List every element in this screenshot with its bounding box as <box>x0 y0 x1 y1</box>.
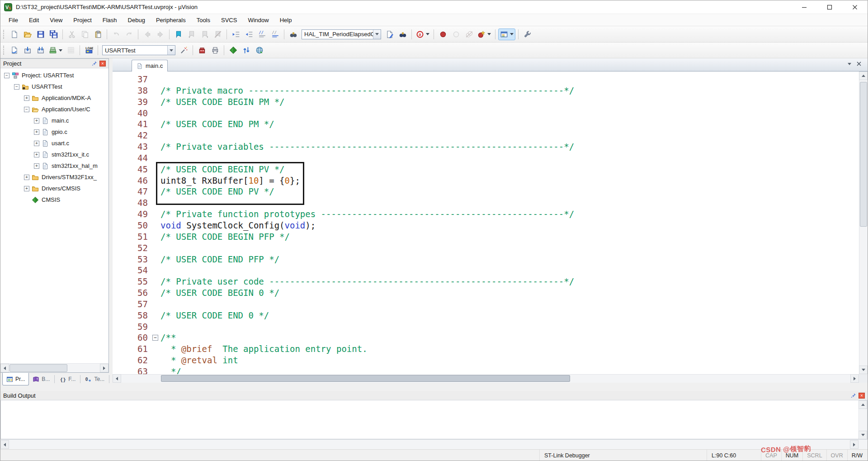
pin-icon[interactable] <box>850 392 857 399</box>
editor-tab-main-c[interactable]: main.c <box>132 60 168 71</box>
configure-button[interactable] <box>521 29 533 40</box>
rebuild-button[interactable] <box>34 44 47 56</box>
tree-item-application-user-c[interactable]: −Application/User/C <box>0 104 108 115</box>
expander-minus-icon[interactable]: − <box>4 73 9 78</box>
expander-plus-icon[interactable]: + <box>34 141 39 146</box>
updown-button[interactable] <box>240 44 252 56</box>
build-button[interactable] <box>21 44 33 56</box>
dock-tab-project[interactable]: Pr... <box>2 373 29 385</box>
tree-item-usart-c[interactable]: +usart.c <box>0 138 108 149</box>
expander-plus-icon[interactable]: + <box>34 129 39 135</box>
expander-plus-icon[interactable]: + <box>34 152 39 157</box>
expander-minus-icon[interactable]: − <box>24 107 29 112</box>
rte-button[interactable] <box>227 44 239 56</box>
build-output-hscrollbar[interactable] <box>0 439 868 449</box>
chevron-down-icon[interactable] <box>167 46 175 55</box>
build-output-vscrollbar[interactable] <box>859 400 867 439</box>
code-area[interactable]: 3738/* Private macro -------------------… <box>113 71 859 374</box>
build-output-content[interactable] <box>0 400 868 439</box>
indent-right-button[interactable] <box>243 29 255 40</box>
menu-window[interactable]: Window <box>242 15 274 25</box>
scroll-right-icon[interactable] <box>850 374 859 383</box>
tree-item-drivers-cmsis[interactable]: +Drivers/CMSIS <box>0 183 108 194</box>
project-panel-close-icon[interactable] <box>99 61 106 67</box>
breakpoint-button[interactable] <box>437 29 449 40</box>
scroll-thumb[interactable] <box>161 375 570 382</box>
code-line[interactable]: 38/* Private macro ---------------------… <box>113 85 859 96</box>
indent-left-button[interactable] <box>230 29 242 40</box>
dock-tab-books[interactable]: ?B... <box>29 373 53 385</box>
expander-plus-icon[interactable]: + <box>24 175 29 180</box>
tree-item-stm32f1xx-hal-m[interactable]: +stm32f1xx_hal_m <box>0 160 108 171</box>
expander-plus-icon[interactable]: + <box>34 163 39 169</box>
menu-svcs[interactable]: SVCS <box>216 15 242 25</box>
code-line[interactable]: 61 * @brief The application entry point. <box>113 343 859 355</box>
expander-minus-icon[interactable]: − <box>14 84 19 90</box>
scroll-up-icon[interactable] <box>859 71 868 80</box>
menu-debug[interactable]: Debug <box>123 15 151 25</box>
code-line[interactable]: 41/* USER CODE END PM */ <box>113 119 859 130</box>
find-in-files-button[interactable] <box>287 29 299 40</box>
code-line[interactable]: 56/* USER CODE BEGIN 0 */ <box>113 287 859 299</box>
scroll-down-icon[interactable] <box>859 366 868 374</box>
editor-close-icon[interactable] <box>857 62 861 66</box>
code-line[interactable]: 42 <box>113 130 859 141</box>
scroll-thumb[interactable] <box>9 364 67 372</box>
pin-icon[interactable] <box>91 60 98 67</box>
tree-item-stm32f1xx-it-c[interactable]: +stm32f1xx_it.c <box>0 149 108 160</box>
expander-plus-icon[interactable]: + <box>34 118 39 124</box>
globe-button[interactable] <box>253 44 265 56</box>
build-output-close-icon[interactable] <box>859 393 865 399</box>
breakpoint-kill-all-button[interactable] <box>476 29 492 40</box>
fold-minus-icon[interactable]: − <box>152 335 158 341</box>
comment-button[interactable]: // <box>256 29 268 40</box>
code-line[interactable]: 39/* USER CODE BEGIN PM */ <box>113 96 859 108</box>
menu-edit[interactable]: Edit <box>24 15 44 25</box>
code-line[interactable]: 53/* USER CODE END PFP */ <box>113 254 859 265</box>
maximize-button[interactable] <box>817 0 842 14</box>
menu-project[interactable]: Project <box>68 15 97 25</box>
dock-tab-templates[interactable]: 0Te... <box>81 373 108 385</box>
tab-list-chevron-icon[interactable] <box>848 63 851 65</box>
scroll-right-icon[interactable] <box>850 440 859 449</box>
menu-flash[interactable]: Flash <box>97 15 123 25</box>
menu-view[interactable]: View <box>44 15 68 25</box>
paste-button[interactable] <box>92 29 104 40</box>
file-flag-button[interactable] <box>196 44 208 56</box>
toolbar-grip[interactable] <box>3 30 5 39</box>
code-line[interactable]: 49/* Private function prototypes -------… <box>113 209 859 220</box>
code-line[interactable]: 40 <box>113 108 859 119</box>
code-line[interactable]: 62 * @retval int <box>113 355 859 366</box>
scroll-left-icon[interactable] <box>0 364 9 372</box>
close-button[interactable] <box>842 0 868 14</box>
scroll-thumb[interactable] <box>860 82 867 227</box>
code-line[interactable]: 43/* Private variables -----------------… <box>113 141 859 152</box>
new-file-button[interactable] <box>8 29 20 40</box>
code-line[interactable]: 37 <box>113 74 859 85</box>
project-hscrollbar[interactable] <box>0 363 108 372</box>
menu-file[interactable]: File <box>3 15 24 25</box>
menu-help[interactable]: Help <box>274 15 297 25</box>
open-folder-button[interactable] <box>21 29 33 40</box>
debug-windows-button[interactable] <box>498 29 515 40</box>
uncomment-button[interactable]: // <box>269 29 281 40</box>
code-line[interactable]: 52 <box>113 242 859 254</box>
code-line[interactable]: 60−/** <box>113 332 859 343</box>
translate-button[interactable] <box>8 44 20 56</box>
code-line[interactable]: 59 <box>113 321 859 333</box>
load-button[interactable]: LOAD <box>83 44 95 56</box>
scroll-left-icon[interactable] <box>113 374 121 383</box>
tree-item-cmsis[interactable]: CMSIS <box>0 194 108 205</box>
code-line[interactable]: 63 */ <box>113 366 859 374</box>
scroll-up-icon[interactable] <box>859 400 867 409</box>
bookmark-button[interactable] <box>172 29 184 40</box>
save-button[interactable] <box>34 29 47 40</box>
dock-tab-functions[interactable]: {}F... <box>56 373 79 385</box>
tree-item-main-c[interactable]: +main.c <box>0 115 108 126</box>
scroll-left-icon[interactable] <box>0 440 9 449</box>
save-all-button[interactable] <box>47 29 60 40</box>
tree-item-project-usarttest[interactable]: −Project: USARTTest <box>0 70 108 81</box>
code-line[interactable]: 54 <box>113 265 859 276</box>
minimize-button[interactable] <box>792 0 817 14</box>
tree-item-drivers-stm32f1xx[interactable]: +Drivers/STM32F1xx_ <box>0 171 108 183</box>
